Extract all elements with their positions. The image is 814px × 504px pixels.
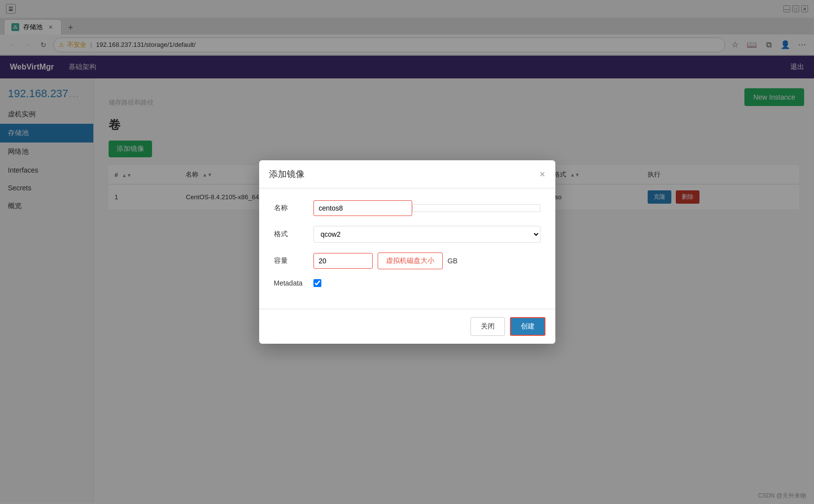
modal-header: 添加镜像 × xyxy=(259,160,555,188)
format-select[interactable]: qcow2 raw vmdk vdi xyxy=(313,226,541,243)
capacity-hint: 虚拟机磁盘大小 xyxy=(378,252,443,269)
modal-overlay[interactable]: 添加镜像 × 名称 格式 qcow2 raw vmdk vdi xyxy=(0,0,814,504)
name-input[interactable] xyxy=(313,200,412,216)
modal-footer: 关闭 创建 xyxy=(259,309,555,344)
create-button[interactable]: 创建 xyxy=(510,317,545,336)
modal-close-button[interactable]: × xyxy=(540,169,545,180)
metadata-checkbox[interactable] xyxy=(313,279,321,287)
capacity-input[interactable] xyxy=(313,253,373,269)
modal-body: 名称 格式 qcow2 raw vmdk vdi 容量 虚拟机磁盘大 xyxy=(259,188,555,309)
format-field-row: 格式 qcow2 raw vmdk vdi xyxy=(274,226,541,243)
capacity-unit: GB xyxy=(448,257,458,265)
add-image-modal: 添加镜像 × 名称 格式 qcow2 raw vmdk vdi xyxy=(259,160,555,344)
metadata-field-row: Metadata xyxy=(274,279,541,287)
name-label: 名称 xyxy=(274,204,313,213)
modal-title: 添加镜像 xyxy=(269,168,305,180)
name-field-row: 名称 xyxy=(274,200,541,216)
modal-close-footer-button[interactable]: 关闭 xyxy=(470,317,505,336)
format-label: 格式 xyxy=(274,230,313,239)
metadata-label: Metadata xyxy=(274,279,313,287)
capacity-label: 容量 xyxy=(274,256,313,265)
capacity-field-row: 容量 虚拟机磁盘大小 GB xyxy=(274,252,541,269)
capacity-controls: 虚拟机磁盘大小 GB xyxy=(313,252,541,269)
